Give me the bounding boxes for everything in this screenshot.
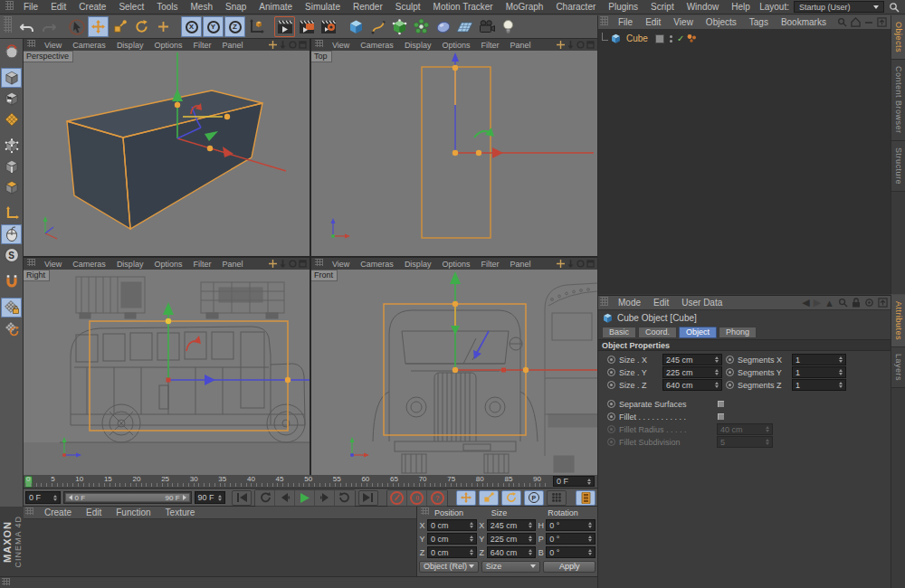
add-camera-button[interactable]: [476, 16, 497, 37]
menu-animate[interactable]: Animate: [252, 2, 299, 12]
menu-select[interactable]: Select: [112, 2, 150, 12]
vp-menu-view[interactable]: View: [39, 260, 67, 269]
loop-button[interactable]: [335, 490, 355, 506]
key-position-button[interactable]: [456, 490, 476, 506]
editor-visibility-dot[interactable]: [670, 35, 672, 43]
stepper-icon[interactable]: [215, 495, 222, 501]
tab-phong[interactable]: Phong: [719, 327, 757, 338]
add-array-button[interactable]: [411, 16, 432, 37]
render-settings-button[interactable]: [318, 16, 338, 37]
lock-workplane-button[interactable]: [1, 298, 22, 318]
mat-menu-function[interactable]: Function: [109, 507, 157, 517]
previous-frame-button[interactable]: [275, 490, 295, 506]
history-back-icon[interactable]: ◀: [802, 297, 809, 308]
vp-menu-panel[interactable]: Panel: [504, 41, 536, 50]
side-tab-objects[interactable]: Objects: [891, 15, 905, 60]
viewport-front[interactable]: View Cameras Display Options Filter Pane…: [311, 258, 597, 475]
search-icon[interactable]: [837, 17, 847, 27]
vp-menu-view[interactable]: View: [327, 260, 355, 269]
toggle-view-icon[interactable]: [586, 41, 595, 49]
render-view-button[interactable]: [274, 16, 295, 37]
size-x-field[interactable]: 245 cm: [487, 519, 537, 531]
play-backwards-button[interactable]: [255, 490, 275, 506]
side-tab-attributes[interactable]: Attributes: [891, 295, 905, 347]
segments-x-input[interactable]: 1: [792, 354, 846, 365]
tab-coord[interactable]: Coord.: [638, 327, 677, 338]
size-z-field[interactable]: 640 cm: [487, 546, 537, 558]
material-grip[interactable]: [25, 507, 33, 515]
stepper-icon[interactable]: [467, 536, 473, 542]
vp-menu-options[interactable]: Options: [148, 41, 187, 50]
vp-menu-cameras[interactable]: Cameras: [355, 41, 399, 50]
vp-menu-display[interactable]: Display: [399, 41, 437, 50]
keyframe-presets-button[interactable]: [576, 490, 595, 506]
side-tab-structure[interactable]: Structure: [891, 141, 905, 192]
polygons-mode-button[interactable]: [1, 177, 22, 197]
goto-start-button[interactable]: [232, 490, 252, 506]
material-list[interactable]: [24, 519, 416, 576]
zoom-view-icon[interactable]: [567, 260, 575, 268]
menu-mesh[interactable]: Mesh: [185, 2, 219, 12]
next-frame-button[interactable]: [315, 490, 335, 506]
vp-menu-filter[interactable]: Filter: [475, 41, 504, 50]
position-z-field[interactable]: 0 cm: [427, 546, 477, 558]
rotation-b-field[interactable]: 0 °: [546, 546, 595, 558]
stepper-icon[interactable]: [836, 369, 843, 375]
attr-menu-userdata[interactable]: User Data: [675, 298, 729, 308]
stepper-icon[interactable]: [585, 479, 591, 485]
rotation-p-field[interactable]: 0 °: [546, 533, 595, 545]
attr-grip[interactable]: [600, 297, 608, 306]
rotation-h-field[interactable]: 0 °: [546, 519, 595, 531]
key-rotation-button[interactable]: [501, 490, 521, 506]
stepper-icon[interactable]: [467, 522, 473, 528]
menu-help[interactable]: Help: [725, 2, 757, 12]
om-menu-objects[interactable]: Objects: [700, 17, 743, 27]
panel-detach-icon[interactable]: [878, 298, 888, 308]
size-z-input[interactable]: 640 cm: [662, 379, 722, 391]
coordinate-system-button[interactable]: [246, 16, 267, 37]
object-properties-section[interactable]: Object Properties: [598, 339, 891, 351]
menu-plugins[interactable]: Plugins: [602, 2, 644, 12]
vp-menu-cameras[interactable]: Cameras: [355, 260, 399, 269]
vp-menu-panel[interactable]: Panel: [504, 260, 536, 269]
keyframe-dot-icon[interactable]: [607, 368, 615, 376]
last-tool-button[interactable]: [153, 16, 174, 37]
position-y-field[interactable]: 0 cm: [427, 533, 477, 545]
stepper-icon[interactable]: [467, 549, 473, 555]
toolbar-grip[interactable]: [4, 16, 12, 33]
keyframe-dot-icon[interactable]: [607, 400, 615, 408]
attr-menu-mode[interactable]: Mode: [612, 298, 647, 308]
parent-object-icon[interactable]: ▲: [824, 298, 834, 308]
stepper-icon[interactable]: [526, 522, 532, 528]
texture-mode-button[interactable]: [1, 89, 22, 109]
tab-object[interactable]: Object: [679, 327, 717, 338]
pan-view-icon[interactable]: [269, 260, 277, 268]
undo-button[interactable]: [16, 16, 37, 37]
toggle-view-icon[interactable]: [586, 260, 595, 268]
minimize-icon[interactable]: [864, 18, 873, 27]
stepper-icon[interactable]: [586, 536, 592, 542]
frame-range-slider[interactable]: 0 F 90 F: [63, 491, 192, 504]
vp-menu-filter[interactable]: Filter: [187, 260, 216, 269]
object-row-cube[interactable]: Cube ✓: [602, 32, 891, 45]
toggle-view-icon[interactable]: [299, 260, 307, 268]
size-y-input[interactable]: 225 cm: [662, 366, 722, 378]
front-canvas[interactable]: [311, 270, 597, 475]
zoom-view-icon[interactable]: [279, 260, 287, 268]
tab-basic[interactable]: Basic: [602, 327, 636, 338]
vp-menu-filter[interactable]: Filter: [187, 41, 216, 50]
layout-dropdown[interactable]: Startup (User): [794, 1, 884, 13]
points-mode-button[interactable]: [1, 136, 22, 156]
perspective-canvas[interactable]: [24, 51, 310, 256]
rotate-tool-button[interactable]: [131, 16, 152, 37]
keyframe-dot-icon[interactable]: [607, 413, 615, 421]
menu-file[interactable]: File: [17, 2, 44, 12]
toggle-view-icon[interactable]: [299, 41, 307, 49]
apply-button[interactable]: Apply: [543, 561, 595, 573]
add-metaball-button[interactable]: [433, 16, 453, 37]
stepper-icon[interactable]: [712, 356, 719, 363]
autokey-button[interactable]: ( ): [407, 490, 427, 506]
home-icon[interactable]: [851, 17, 861, 27]
menu-script[interactable]: Script: [644, 2, 681, 12]
menubar-grip[interactable]: [5, 1, 14, 10]
